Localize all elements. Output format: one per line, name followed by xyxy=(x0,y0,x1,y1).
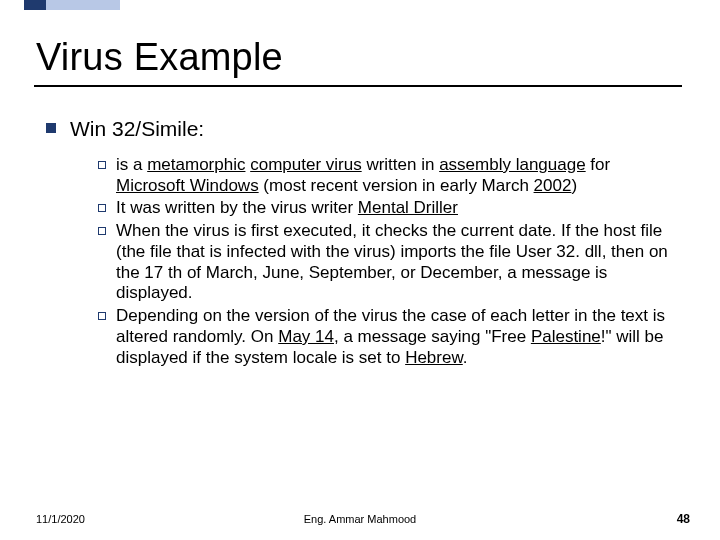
slide-body: Virus Example Win 32/Simile: is a metamo… xyxy=(0,0,720,368)
list-item: Depending on the version of the virus th… xyxy=(98,306,676,368)
slide-title: Virus Example xyxy=(36,36,684,79)
bullet-text: When the virus is first executed, it che… xyxy=(116,221,676,304)
bullet-list: is a metamorphic computer virus written … xyxy=(98,155,676,368)
accent-bar xyxy=(24,0,120,10)
accent-light xyxy=(46,0,120,10)
title-rule xyxy=(34,85,682,87)
accent-dark xyxy=(24,0,46,10)
square-bullet-icon xyxy=(46,123,56,133)
hollow-bullet-icon xyxy=(98,312,106,320)
footer: 11/1/2020 Eng. Ammar Mahmood 48 xyxy=(0,512,720,526)
list-item: When the virus is first executed, it che… xyxy=(98,221,676,304)
hollow-bullet-icon xyxy=(98,204,106,212)
bullet-text: Depending on the version of the virus th… xyxy=(116,306,676,368)
hollow-bullet-icon xyxy=(98,227,106,235)
bullet-text: It was written by the virus writer Menta… xyxy=(116,198,458,219)
subtitle-row: Win 32/Simile: xyxy=(46,117,684,141)
hollow-bullet-icon xyxy=(98,161,106,169)
footer-author: Eng. Ammar Mahmood xyxy=(0,513,720,525)
list-item: is a metamorphic computer virus written … xyxy=(98,155,676,196)
list-item: It was written by the virus writer Menta… xyxy=(98,198,676,219)
bullet-text: is a metamorphic computer virus written … xyxy=(116,155,676,196)
subtitle-text: Win 32/Simile: xyxy=(70,117,204,141)
